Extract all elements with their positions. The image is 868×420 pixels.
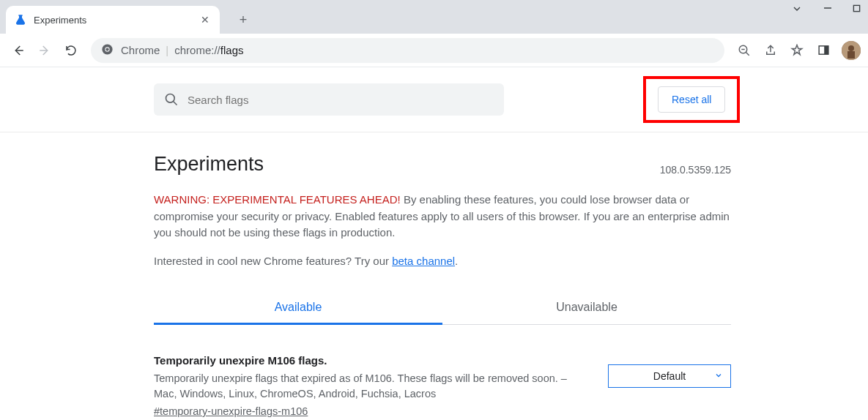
url-prefix: chrome:// (174, 44, 220, 56)
tab-title: Experiments (34, 15, 199, 26)
avatar[interactable] (842, 41, 861, 60)
url-path: flags (220, 44, 244, 56)
toolbar: Chrome | chrome://flags (0, 34, 868, 67)
beta-channel-link[interactable]: beta channel (392, 255, 455, 267)
tab-search-icon[interactable] (791, 3, 803, 17)
flag-title: Temporarily unexpire M106 flags. (154, 354, 586, 367)
search-icon (164, 92, 179, 107)
chrome-icon (101, 43, 114, 58)
flag-hash-link[interactable]: #temporary-unexpire-flags-m106 (154, 405, 308, 417)
flag-select[interactable]: Default (608, 364, 731, 388)
side-panel-icon[interactable] (812, 40, 834, 61)
separator: | (166, 44, 168, 56)
flag-select-value: Default (653, 370, 686, 382)
svg-rect-9 (824, 46, 828, 54)
window-controls (791, 3, 861, 17)
svg-line-6 (746, 52, 749, 56)
chevron-down-icon (714, 370, 723, 382)
zoom-out-icon[interactable] (733, 40, 755, 61)
svg-rect-1 (853, 5, 859, 11)
share-icon[interactable] (760, 40, 782, 61)
warning-label: WARNING: EXPERIMENTAL FEATURES AHEAD! (154, 193, 401, 206)
flag-text: Temporarily unexpire M106 flags. Tempora… (154, 354, 586, 419)
back-button[interactable] (7, 40, 29, 61)
maximize-button[interactable] (853, 3, 861, 17)
flags-page: Reset all Experiments 108.0.5359.125 WAR… (0, 67, 868, 418)
tab-available[interactable]: Available (154, 292, 442, 325)
flag-description: Temporarily unexpire flags that expired … (154, 371, 586, 403)
interest-pre: Interested in cool new Chrome features? … (154, 255, 392, 267)
new-tab-button[interactable]: + (233, 10, 253, 30)
reset-all-button[interactable]: Reset all (658, 86, 725, 113)
content: Experiments 108.0.5359.125 WARNING: EXPE… (154, 132, 731, 418)
minimize-button[interactable] (823, 3, 832, 17)
header-row: Experiments 108.0.5359.125 (154, 153, 731, 176)
search-input[interactable] (188, 94, 494, 106)
browser-tab[interactable]: Experiments ✕ (6, 6, 220, 34)
page-title: Experiments (154, 153, 264, 176)
search-box[interactable] (154, 83, 504, 116)
tab-strip: Experiments ✕ + (0, 0, 868, 34)
svg-point-13 (166, 94, 175, 103)
omnibox[interactable]: Chrome | chrome://flags (91, 38, 724, 63)
tabs: Available Unavailable (154, 292, 731, 325)
interest-text: Interested in cool new Chrome features? … (154, 255, 731, 267)
reset-highlight: Reset all (643, 76, 740, 123)
svg-line-14 (174, 102, 177, 105)
bookmark-icon[interactable] (786, 40, 808, 61)
svg-rect-12 (847, 51, 855, 59)
version-label: 108.0.5359.125 (660, 164, 731, 176)
top-bar: Reset all (0, 67, 868, 132)
svg-point-11 (848, 45, 854, 51)
flag-item: Temporarily unexpire M106 flags. Tempora… (154, 354, 731, 419)
flask-icon (15, 14, 26, 26)
close-icon[interactable]: ✕ (199, 14, 211, 26)
reload-button[interactable] (60, 40, 82, 61)
forward-button (34, 40, 56, 61)
warning-text: WARNING: EXPERIMENTAL FEATURES AHEAD! By… (154, 192, 731, 241)
interest-post: . (455, 255, 458, 267)
svg-point-4 (105, 48, 108, 50)
url-scheme: Chrome (121, 44, 160, 56)
tab-unavailable[interactable]: Unavailable (442, 292, 731, 324)
